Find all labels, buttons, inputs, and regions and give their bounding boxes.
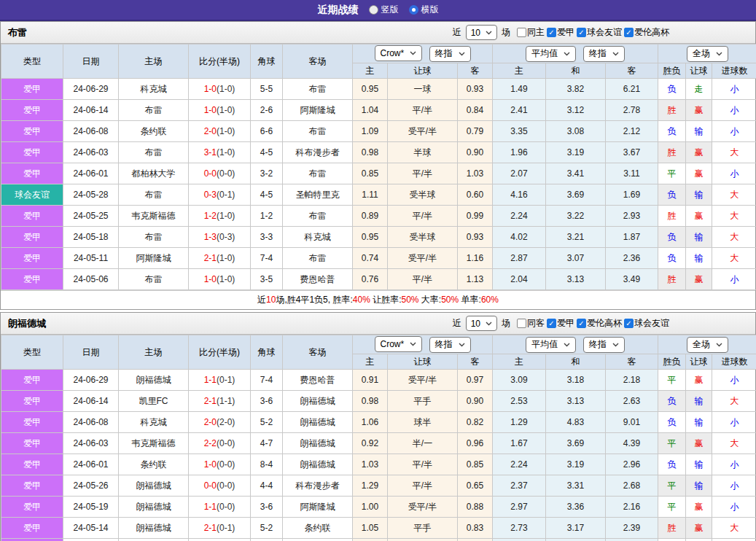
checkbox-checked-icon[interactable] xyxy=(547,28,556,37)
result-outcome: 胜 xyxy=(658,269,686,290)
checkbox-unchecked-icon[interactable] xyxy=(517,28,526,37)
league-filter-2[interactable]: 球会友谊 xyxy=(577,26,622,39)
match-score: 1-2(1-0) xyxy=(189,206,251,227)
match-row: 爱甲24-06-14凯里FC2-1(1-1)3-6朗福德城0.98平手0.902… xyxy=(1,391,756,412)
checkbox-unchecked-icon[interactable] xyxy=(517,319,526,328)
result-goals: 小 xyxy=(712,163,756,184)
away-team: 朗福德城 xyxy=(283,412,353,433)
league-filter-3[interactable]: 爱伦高杯 xyxy=(624,26,669,39)
col-result-goals: 进球数 xyxy=(712,63,756,79)
odds-source-select[interactable]: Crow* xyxy=(375,336,423,352)
near-label: 近 xyxy=(453,317,461,330)
radio-horizontal-icon[interactable] xyxy=(409,5,418,15)
radio-vertical-icon[interactable] xyxy=(369,5,378,15)
fulltime-score: 2-0 xyxy=(204,417,217,427)
recent-count-select[interactable]: 10 xyxy=(466,25,497,40)
avg-home-odds: 2.41 xyxy=(493,100,546,121)
handicap-line: 平/半 xyxy=(388,269,458,290)
col-date: 日期 xyxy=(63,44,119,79)
handicap-line: 受平/半 xyxy=(388,121,458,142)
league-type-cell: 爱甲 xyxy=(1,248,63,269)
corner-score: 1-2 xyxy=(251,206,283,227)
away-team: 布雷 xyxy=(283,79,353,100)
handicap-home-odds: 0.95 xyxy=(353,227,388,248)
avg-home-odds: 2.24 xyxy=(493,206,546,227)
chevron-down-icon xyxy=(612,52,619,56)
home-team: 韦克斯福德 xyxy=(119,433,189,454)
checkbox-checked-icon[interactable] xyxy=(547,319,556,328)
league-type-cell: 爱甲 xyxy=(1,79,63,100)
layout-option-vertical[interactable]: 竖版 xyxy=(369,4,399,16)
result-goals: 小 xyxy=(712,121,756,142)
result-outcome: 负 xyxy=(658,79,686,100)
handicap-line: 平/半 xyxy=(388,163,458,184)
home-team: 韦克斯福德 xyxy=(119,206,189,227)
league-filter-1[interactable]: 爱甲 xyxy=(547,317,574,330)
odds-source-select[interactable]: Crow* xyxy=(375,45,423,61)
avg-draw-odds: 3.13 xyxy=(546,269,606,290)
league-filter-1[interactable]: 爱甲 xyxy=(547,26,574,39)
corner-score: 5-2 xyxy=(251,412,283,433)
filter-bar-2: 近 10 场 同客 爱甲 爱伦高杯 球会友谊 xyxy=(453,316,669,331)
odds-kind-select[interactable]: 终指 xyxy=(429,337,471,353)
match-row: 爱甲24-05-25韦克斯福德1-2(1-0)1-2布雷0.89平/半0.992… xyxy=(1,206,756,227)
league-filter-label: 爱伦高杯 xyxy=(634,26,669,39)
halftime-score: (1-0) xyxy=(217,274,235,284)
odds-kind-value: 终指 xyxy=(435,338,453,351)
avg-home-odds: 4.02 xyxy=(493,227,546,248)
match-date: 24-05-14 xyxy=(63,518,119,539)
away-team: 科布漫步者 xyxy=(283,475,353,497)
col-odds-away: 客 xyxy=(458,354,493,370)
summary-text: 单率: xyxy=(459,295,481,305)
recent-count-select[interactable]: 10 xyxy=(466,316,497,331)
league-filter-label: 球会友谊 xyxy=(634,317,669,330)
checkbox-checked-icon[interactable] xyxy=(577,319,586,328)
result-outcome: 平 xyxy=(658,475,686,497)
odds-kind-select[interactable]: 终指 xyxy=(429,46,471,62)
league-filter-2[interactable]: 爱伦高杯 xyxy=(577,317,622,330)
corner-score: 4-5 xyxy=(251,184,283,206)
layout-option-horizontal[interactable]: 横版 xyxy=(409,4,439,16)
away-team: 阿斯隆城 xyxy=(283,100,353,121)
halftime-score: (0-1) xyxy=(217,523,235,533)
checkbox-checked-icon[interactable] xyxy=(624,28,634,37)
match-score: 0-0(0-0) xyxy=(189,163,251,184)
odds-source-value: Crow* xyxy=(381,339,405,349)
same-home-filter[interactable]: 同主 xyxy=(517,26,545,39)
league-filter-3[interactable]: 球会友谊 xyxy=(624,317,669,330)
handicap-line: 平/半 xyxy=(388,475,458,497)
avg-kind-select[interactable]: 终指 xyxy=(583,46,625,62)
full-match-select[interactable]: 全场 xyxy=(687,46,728,62)
result-goals: 大 xyxy=(712,391,756,412)
same-away-filter[interactable]: 同客 xyxy=(517,317,545,330)
match-date: 24-06-08 xyxy=(63,412,119,433)
result-handicap: 输 xyxy=(686,391,712,412)
result-outcome: 平 xyxy=(658,497,686,518)
match-score: 2-2(0-0) xyxy=(189,433,251,454)
full-match-group: 全场 xyxy=(658,44,756,63)
full-match-select[interactable]: 全场 xyxy=(687,337,728,353)
result-outcome: 负 xyxy=(658,248,686,269)
match-score: 2-0(1-0) xyxy=(189,121,251,142)
handicap-home-odds: 0.76 xyxy=(353,269,388,290)
avg-source-select[interactable]: 平均值 xyxy=(526,337,576,353)
chevron-down-icon xyxy=(459,52,465,56)
col-avg-away: 客 xyxy=(606,63,658,79)
checkbox-checked-icon[interactable] xyxy=(624,319,634,328)
avg-home-odds: 2.87 xyxy=(493,248,546,269)
avg-away-odds: 2.63 xyxy=(606,391,658,412)
match-row: 爱甲24-05-18布雷1-3(0-3)3-3科克城0.95受半球0.934.0… xyxy=(1,227,756,248)
checkbox-checked-icon[interactable] xyxy=(577,28,586,37)
avg-home-odds: 3.09 xyxy=(493,370,546,391)
halftime-score: (1-0) xyxy=(217,84,235,94)
league-filter-label: 爱甲 xyxy=(557,26,574,39)
league-type-cell: 爱甲 xyxy=(1,370,63,391)
avg-kind-select[interactable]: 终指 xyxy=(583,337,625,353)
corner-score: 6-6 xyxy=(251,121,283,142)
away-team: 阿斯隆城 xyxy=(283,497,353,518)
avg-source-select[interactable]: 平均值 xyxy=(526,46,576,62)
handicap-away-odds: 0.82 xyxy=(458,412,493,433)
result-goals: 小 xyxy=(712,454,756,475)
avg-kind-value: 终指 xyxy=(589,338,607,351)
col-corner: 角球 xyxy=(251,335,283,370)
